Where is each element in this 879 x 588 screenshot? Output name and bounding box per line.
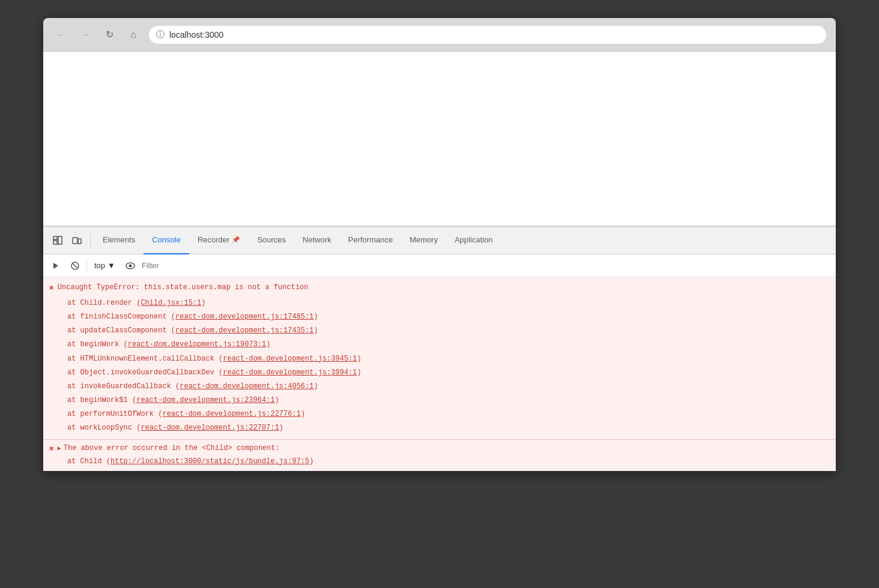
- stack-text-7: at invokeGuardedCallback (react-dom.deve…: [67, 381, 318, 392]
- stack-text-4: at beginWork (react-dom.development.js:1…: [67, 339, 270, 350]
- console-divider: [86, 260, 87, 272]
- tab-memory[interactable]: Memory: [401, 227, 446, 254]
- device-toolbar-button[interactable]: [67, 231, 86, 250]
- stack-line-5: at HTMLUnknownElement.callCallback (reac…: [43, 352, 836, 366]
- stack-text-8: at beginWork$1 (react-dom.development.js…: [67, 395, 279, 406]
- page-content: [43, 52, 836, 226]
- tab-elements[interactable]: Elements: [94, 227, 143, 254]
- stack-link-1[interactable]: Child.jsx:15:1: [140, 299, 201, 307]
- error-main-text: Uncaught TypeError: this.state.users.map…: [58, 282, 309, 293]
- stack-line-2: at finishClassComponent (react-dom.devel…: [43, 310, 836, 324]
- stack-text-1: at Child.render (Child.jsx:15:1): [67, 298, 205, 309]
- back-button[interactable]: ←: [53, 26, 70, 43]
- second-error-stack-1: at Child (http://localhost:3000/static/j…: [43, 455, 836, 469]
- svg-line-7: [73, 263, 77, 268]
- stack-link-7[interactable]: react-dom.development.js:4056:1: [180, 382, 313, 391]
- stack-line-6: at Object.invokeGuardedCallbackDev (reac…: [43, 366, 836, 380]
- expand-triangle: ▶: [58, 445, 61, 452]
- error-icon-2: ✖: [49, 444, 54, 454]
- svg-marker-5: [53, 263, 58, 269]
- devtools: Elements Console Recorder 📌 Sources Netw…: [43, 226, 836, 471]
- tab-recorder-label: Recorder: [198, 235, 229, 244]
- second-stack-text: at Child (http://localhost:3000/static/j…: [67, 456, 313, 467]
- stack-link-9[interactable]: react-dom.development.js:22776:1: [162, 410, 300, 418]
- forward-button[interactable]: →: [77, 26, 94, 43]
- url-text: localhost:3000: [169, 30, 223, 40]
- error-block-2: ✖ ▶ The above error occurred in the <Chi…: [43, 439, 836, 471]
- browser-window: ← → ↻ ⌂ ⓘ localhost:3000: [43, 18, 836, 471]
- stack-link-8[interactable]: react-dom.development.js:23964:1: [136, 396, 274, 404]
- svg-rect-4: [78, 239, 81, 244]
- address-bar[interactable]: ⓘ localhost:3000: [149, 26, 826, 44]
- info-icon: ⓘ: [156, 29, 165, 40]
- tab-sources-label: Sources: [257, 235, 286, 244]
- inspect-element-button[interactable]: [48, 231, 67, 250]
- browser-toolbar: ← → ↻ ⌂ ⓘ localhost:3000: [43, 18, 836, 52]
- tab-memory-label: Memory: [409, 235, 438, 244]
- filter-input[interactable]: [142, 261, 831, 270]
- pin-icon: 📌: [232, 236, 240, 244]
- error-block-1: ✖ Uncaught TypeError: this.state.users.m…: [43, 277, 836, 439]
- error-icon-1: ✖: [49, 283, 54, 295]
- svg-rect-1: [53, 241, 57, 244]
- tab-divider-1: [90, 233, 91, 248]
- error-main-line: ✖ Uncaught TypeError: this.state.users.m…: [43, 281, 836, 296]
- reload-button[interactable]: ↻: [101, 26, 118, 43]
- stack-line-1: at Child.render (Child.jsx:15:1): [43, 296, 836, 310]
- stack-link-10[interactable]: react-dom.development.js:22707:1: [140, 424, 279, 432]
- stack-link-2[interactable]: react-dom.development.js:17485:1: [175, 313, 313, 321]
- top-label: top: [94, 261, 105, 270]
- tab-performance[interactable]: Performance: [340, 227, 401, 254]
- stack-text-5: at HTMLUnknownElement.callCallback (reac…: [67, 353, 361, 365]
- tab-console-label: Console: [152, 235, 181, 244]
- top-dropdown[interactable]: top ▼: [91, 260, 119, 271]
- svg-rect-3: [73, 238, 77, 244]
- svg-rect-0: [53, 236, 57, 239]
- stack-line-7: at invokeGuardedCallback (react-dom.deve…: [43, 380, 836, 394]
- eye-icon-button[interactable]: [122, 258, 138, 274]
- tab-sources[interactable]: Sources: [249, 227, 294, 254]
- tab-application-label: Application: [455, 235, 493, 244]
- stack-link-3[interactable]: react-dom.development.js:17435:1: [175, 326, 313, 335]
- tab-network-label: Network: [303, 235, 331, 244]
- stack-link-4[interactable]: react-dom.development.js:19073:1: [128, 340, 266, 349]
- stack-text-6: at Object.invokeGuardedCallbackDev (reac…: [67, 367, 361, 379]
- tab-console[interactable]: Console: [143, 227, 189, 254]
- tab-recorder[interactable]: Recorder 📌: [189, 227, 249, 254]
- stack-text-9: at performUnitOfWork (react-dom.developm…: [67, 409, 305, 420]
- clear-console-button[interactable]: [67, 258, 83, 274]
- tab-application[interactable]: Application: [446, 227, 501, 254]
- stack-line-9: at performUnitOfWork (react-dom.developm…: [43, 407, 836, 421]
- home-button[interactable]: ⌂: [125, 26, 142, 43]
- stack-text-10: at workLoopSync (react-dom.development.j…: [67, 422, 283, 434]
- tab-network[interactable]: Network: [294, 227, 340, 254]
- tab-performance-label: Performance: [348, 235, 393, 244]
- stack-line-3: at updateClassComponent (react-dom.devel…: [43, 324, 836, 338]
- stack-link-5[interactable]: react-dom.development.js:3945:1: [223, 355, 357, 363]
- second-stack-link[interactable]: http://localhost:3000/static/js/bundle.j…: [110, 457, 309, 466]
- svg-point-9: [128, 264, 131, 267]
- run-script-button[interactable]: [48, 258, 64, 274]
- chevron-down-icon: ▼: [107, 261, 115, 270]
- stack-link-6[interactable]: react-dom.development.js:3994:1: [223, 368, 357, 377]
- console-output: ✖ Uncaught TypeError: this.state.users.m…: [43, 277, 836, 471]
- svg-rect-2: [58, 236, 62, 244]
- stack-line-8: at beginWork$1 (react-dom.development.js…: [43, 394, 836, 407]
- console-toolbar: top ▼: [43, 254, 836, 277]
- devtools-tabbar: Elements Console Recorder 📌 Sources Netw…: [43, 227, 836, 254]
- stack-text-3: at updateClassComponent (react-dom.devel…: [67, 325, 318, 337]
- stack-line-4: at beginWork (react-dom.development.js:1…: [43, 338, 836, 352]
- stack-line-10: at workLoopSync (react-dom.development.j…: [43, 421, 836, 435]
- expandable-error[interactable]: ✖ ▶ The above error occurred in the <Chi…: [43, 442, 836, 455]
- stack-text-2: at finishClassComponent (react-dom.devel…: [67, 311, 318, 323]
- second-error-text: The above error occurred in the <Child> …: [64, 444, 280, 452]
- tab-elements-label: Elements: [103, 235, 135, 244]
